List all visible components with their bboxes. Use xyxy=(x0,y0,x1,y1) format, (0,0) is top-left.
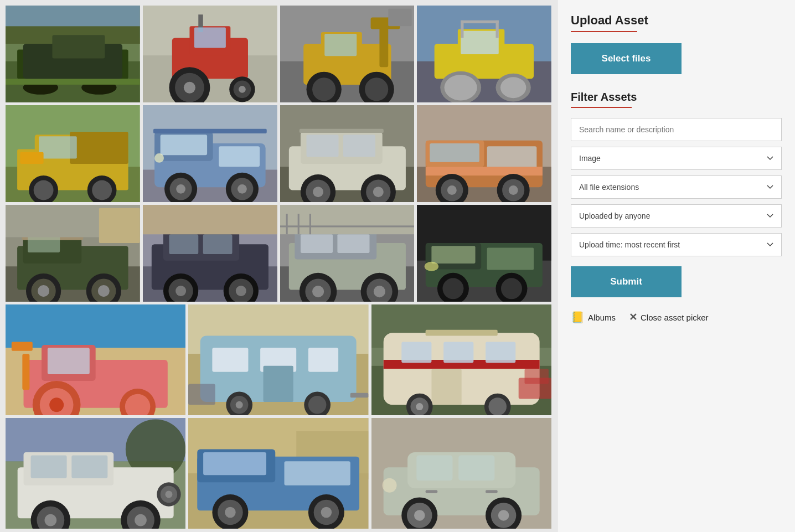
svg-point-209 xyxy=(44,514,56,526)
svg-rect-34 xyxy=(324,34,357,56)
svg-rect-56 xyxy=(39,136,77,158)
svg-rect-171 xyxy=(213,348,249,371)
svg-rect-147 xyxy=(432,246,476,264)
svg-rect-111 xyxy=(99,208,140,243)
albums-icon: 📒 xyxy=(571,311,585,324)
image-row-3 xyxy=(6,205,551,302)
extension-dropdown[interactable]: All file extensions .jpg .png .gif xyxy=(571,175,782,199)
image-cell[interactable] xyxy=(6,418,185,529)
image-cell[interactable] xyxy=(371,418,551,529)
select-files-button[interactable]: Select files xyxy=(571,43,682,74)
filter-title: Filter Assets xyxy=(571,91,782,104)
image-cell[interactable] xyxy=(188,304,368,415)
image-grid-panel[interactable] xyxy=(0,0,557,532)
image-cell[interactable] xyxy=(417,105,551,202)
svg-rect-159 xyxy=(48,348,90,374)
svg-rect-165 xyxy=(22,354,29,390)
upload-title: Upload Asset xyxy=(571,13,782,28)
svg-point-137 xyxy=(373,286,385,297)
svg-rect-125 xyxy=(143,205,277,234)
image-cell[interactable] xyxy=(280,205,415,302)
svg-point-84 xyxy=(373,187,383,197)
svg-rect-10 xyxy=(52,35,105,58)
image-cell[interactable] xyxy=(6,105,140,202)
submit-button[interactable]: Submit xyxy=(571,266,682,297)
svg-rect-64 xyxy=(153,129,267,133)
svg-point-229 xyxy=(321,507,332,518)
svg-rect-22 xyxy=(194,27,226,48)
svg-point-151 xyxy=(443,278,464,299)
svg-point-212 xyxy=(135,514,147,526)
svg-rect-187 xyxy=(401,342,431,363)
svg-point-33 xyxy=(365,78,388,101)
image-cell[interactable] xyxy=(6,304,185,415)
image-cell[interactable] xyxy=(6,205,140,302)
svg-point-178 xyxy=(236,401,243,409)
svg-point-94 xyxy=(447,185,457,195)
image-cell[interactable] xyxy=(417,205,551,302)
svg-point-53 xyxy=(34,180,54,200)
albums-button[interactable]: 📒 Albums xyxy=(571,311,616,324)
svg-rect-175 xyxy=(350,393,369,398)
svg-point-42 xyxy=(500,77,526,98)
sort-dropdown[interactable]: Upload time: most recent first Upload ti… xyxy=(571,233,782,256)
svg-point-215 xyxy=(165,490,172,498)
svg-rect-29 xyxy=(388,9,411,27)
svg-rect-205 xyxy=(31,455,67,478)
svg-point-134 xyxy=(312,286,324,297)
svg-rect-222 xyxy=(203,452,266,475)
svg-point-40 xyxy=(445,75,477,100)
svg-point-242 xyxy=(382,478,396,493)
svg-point-120 xyxy=(175,286,186,296)
svg-point-31 xyxy=(312,78,335,101)
svg-rect-77 xyxy=(343,135,375,157)
image-cell[interactable] xyxy=(188,418,368,529)
image-cell[interactable] xyxy=(143,105,277,202)
filter-section: Filter Assets Image Video Audio Document… xyxy=(571,91,782,311)
svg-point-20 xyxy=(239,86,246,93)
close-asset-picker-button[interactable]: ✕ Close asset picker xyxy=(629,311,709,323)
close-icon: ✕ xyxy=(629,311,637,323)
image-cell[interactable] xyxy=(280,6,415,102)
svg-point-109 xyxy=(98,285,110,297)
svg-rect-181 xyxy=(188,384,215,405)
image-cell[interactable] xyxy=(417,6,551,102)
svg-point-106 xyxy=(38,285,49,297)
svg-point-153 xyxy=(501,278,522,299)
upload-section: Upload Asset Select files xyxy=(571,13,782,91)
svg-rect-46 xyxy=(461,20,499,23)
svg-rect-148 xyxy=(487,247,534,270)
svg-rect-76 xyxy=(306,135,338,157)
svg-point-97 xyxy=(509,185,518,195)
svg-rect-51 xyxy=(70,132,128,164)
svg-rect-244 xyxy=(486,490,498,493)
image-cell[interactable] xyxy=(143,6,277,102)
svg-point-149 xyxy=(425,262,438,271)
right-panel: Upload Asset Select files Filter Assets … xyxy=(557,0,795,532)
svg-point-70 xyxy=(238,184,247,194)
image-cell[interactable] xyxy=(371,304,551,415)
image-cell[interactable] xyxy=(280,105,415,202)
svg-rect-90 xyxy=(487,146,537,169)
uploader-dropdown[interactable]: Uploaded by anyone Uploaded by me xyxy=(571,204,782,228)
upload-title-underline xyxy=(571,31,637,32)
svg-rect-234 xyxy=(416,455,452,481)
svg-point-226 xyxy=(225,507,236,518)
svg-rect-91 xyxy=(426,167,543,175)
svg-rect-141 xyxy=(297,214,299,234)
image-row-2 xyxy=(6,105,551,202)
svg-rect-130 xyxy=(300,234,332,253)
svg-rect-189 xyxy=(486,342,515,363)
image-cell[interactable] xyxy=(6,6,140,102)
svg-rect-63 xyxy=(219,146,260,167)
svg-point-81 xyxy=(313,187,323,197)
svg-rect-223 xyxy=(285,461,350,485)
svg-rect-173 xyxy=(308,348,338,371)
type-dropdown[interactable]: Image Video Audio Document xyxy=(571,147,782,170)
svg-rect-6 xyxy=(6,79,140,85)
image-cell[interactable] xyxy=(143,205,277,302)
svg-point-123 xyxy=(236,286,246,296)
search-input[interactable] xyxy=(571,118,782,141)
filter-title-underline xyxy=(571,107,632,108)
svg-rect-43 xyxy=(461,31,499,54)
